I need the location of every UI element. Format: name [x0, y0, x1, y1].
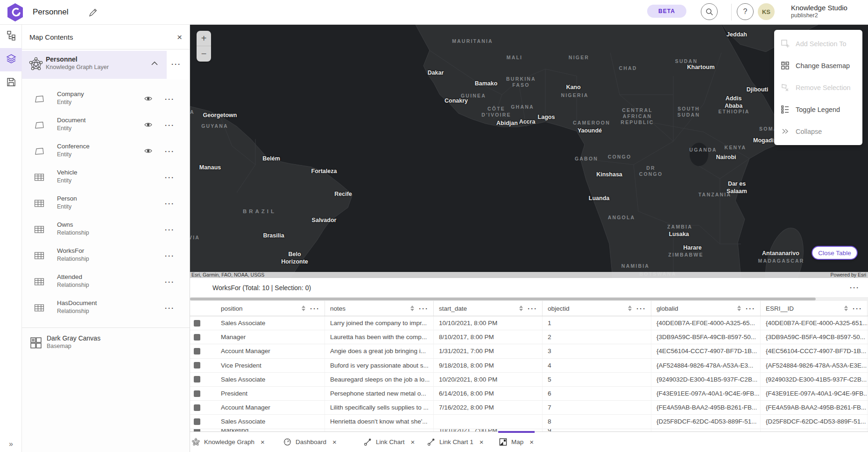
tab-link-chart[interactable]: Link Chart×	[363, 432, 416, 452]
row-checkbox[interactable]	[194, 390, 200, 397]
sublayer-row-worksfor[interactable]: WorksForRelationship···	[22, 243, 190, 269]
rail-item-save[interactable]	[0, 71, 22, 95]
cell-position: Marketing	[216, 429, 325, 431]
column-header-esri__id[interactable]: ESRI__ID···	[761, 301, 868, 316]
sublayer-type: Entity	[57, 151, 71, 158]
tab-link-chart-1[interactable]: Link Chart 1×	[426, 432, 485, 452]
table-row[interactable]: Account ManagerAngie does a great job br…	[190, 344, 868, 358]
table-row[interactable]: Sales AssociateHenrietta doesn't know wh…	[190, 415, 868, 429]
edit-title-pencil-icon[interactable]	[89, 8, 97, 17]
table-row[interactable]: Sales AssociateBeauregard sleeps on the …	[190, 373, 868, 387]
row-checkbox[interactable]	[194, 404, 200, 411]
sublayer-row-conference[interactable]: ConferenceEntity···	[22, 138, 190, 164]
sublayer-row-attended[interactable]: AttendedRelationship···	[22, 269, 190, 295]
menu-item-toggle-legend[interactable]: Toggle Legend	[774, 98, 862, 120]
rail-collapse-button[interactable]: »	[0, 440, 22, 448]
collapse-layer-chevron-icon[interactable]	[151, 61, 158, 66]
table-row[interactable]: Vice PresidentBuford is very passionate …	[190, 359, 868, 373]
column-header-position[interactable]: position···	[216, 301, 325, 316]
rail-item-hierarchy[interactable]	[0, 25, 22, 48]
sort-icon[interactable]	[737, 306, 741, 311]
zoom-in-button[interactable]: +	[197, 31, 211, 46]
legend-icon	[781, 105, 790, 114]
close-table-button[interactable]: Close Table	[812, 246, 858, 260]
sublayer-row-vehicle[interactable]: VehicleEntity···	[22, 164, 190, 190]
column-options-menu[interactable]: ···	[636, 305, 646, 312]
cell-notes: Angie does a great job bringing i...	[325, 344, 434, 358]
sublayer-options-menu[interactable]: ···	[165, 200, 175, 207]
sublayer-options-menu[interactable]: ···	[165, 122, 175, 129]
row-checkbox[interactable]	[194, 376, 200, 382]
tab-close-icon[interactable]: ×	[411, 438, 415, 446]
user-avatar[interactable]: KS	[758, 3, 775, 20]
sublayer-row-document[interactable]: DocumentEntity···	[22, 112, 190, 138]
column-options-menu[interactable]: ···	[746, 305, 755, 312]
table-horizontal-scrollbar[interactable]	[190, 297, 868, 301]
table-row[interactable]: Account ManagerLilith specifically sells…	[190, 401, 868, 415]
sort-icon[interactable]	[844, 306, 848, 311]
row-checkbox[interactable]	[194, 320, 200, 327]
sublayer-row-company[interactable]: CompanyEntity···	[22, 86, 190, 112]
panel-close-icon[interactable]: ×	[177, 33, 182, 42]
row-checkbox[interactable]	[194, 418, 200, 425]
row-checkbox[interactable]	[194, 429, 200, 431]
visibility-eye-icon[interactable]	[144, 121, 152, 127]
sublayer-row-owns[interactable]: OwnsRelationship···	[22, 216, 190, 243]
column-header-start_date[interactable]: start_date···	[434, 301, 543, 316]
sublayer-row-hasdocument[interactable]: HasDocumentRelationship···	[22, 295, 190, 321]
column-label: notes	[330, 305, 410, 312]
column-options-menu[interactable]: ···	[310, 305, 320, 312]
basemap-row[interactable]: Dark Gray Canvas Basemap	[22, 328, 190, 358]
sublayer-options-menu[interactable]: ···	[165, 148, 175, 155]
layer-options-menu[interactable]: ···	[171, 61, 181, 68]
tab-label: Dashboard	[296, 438, 326, 445]
sort-icon[interactable]	[628, 306, 632, 311]
tab-knowledge-graph[interactable]: Knowledge Graph×	[191, 432, 266, 452]
column-options-menu[interactable]: ···	[528, 305, 537, 312]
tab-close-icon[interactable]: ×	[480, 438, 484, 446]
column-header-notes[interactable]: notes···	[325, 301, 434, 316]
row-checkbox[interactable]	[194, 334, 200, 341]
basemap-subtitle: Basemap	[47, 343, 71, 349]
sublayer-options-menu[interactable]: ···	[165, 305, 175, 312]
column-options-menu[interactable]: ···	[419, 305, 429, 312]
map-canvas[interactable]: GeorgetownGUYANAAManausBelémFortalezaRec…	[190, 25, 868, 278]
visibility-eye-icon[interactable]	[144, 147, 152, 153]
help-button[interactable]: ?	[737, 3, 754, 20]
visibility-eye-icon[interactable]	[144, 95, 152, 101]
sublayer-options-menu[interactable]: ···	[165, 96, 175, 103]
sublayer-options-menu[interactable]: ···	[165, 252, 175, 259]
zoom-out-button[interactable]: −	[197, 46, 211, 62]
tab-map[interactable]: Map×	[498, 432, 535, 452]
row-checkbox[interactable]	[194, 362, 200, 369]
sort-icon[interactable]	[302, 306, 305, 311]
cell-notes: Larry joined the company to impr...	[325, 316, 434, 330]
table-row[interactable]: ManagerLauretta has been with the comp..…	[190, 330, 868, 344]
column-options-menu[interactable]: ···	[853, 305, 862, 312]
search-button[interactable]	[701, 3, 718, 20]
sublayer-type: Relationship	[57, 256, 89, 262]
knowledge-graph-layer-row[interactable]: Personnel Knowledge Graph Layer ···	[22, 49, 190, 79]
table-options-menu[interactable]: ···	[850, 284, 860, 291]
sublayer-options-menu[interactable]: ···	[165, 226, 175, 233]
column-header-globalid[interactable]: globalid···	[651, 301, 761, 316]
cell-objectid: 6	[543, 387, 651, 400]
table-row[interactable]: PresidentPersephone started new metal o.…	[190, 387, 868, 401]
rail-item-layers[interactable]	[0, 48, 22, 71]
sublayer-row-person[interactable]: PersonEntity···	[22, 190, 190, 216]
sort-icon[interactable]	[519, 306, 523, 311]
powered-by-esri: Powered by Esri	[831, 272, 866, 278]
menu-item-change-basemap[interactable]: Change Basemap	[774, 55, 862, 76]
column-header-objectid[interactable]: objectid···	[543, 301, 651, 316]
row-checkbox[interactable]	[194, 348, 200, 355]
sort-icon[interactable]	[410, 306, 414, 311]
sublayer-options-menu[interactable]: ···	[165, 278, 175, 285]
tab-close-icon[interactable]: ×	[529, 438, 534, 446]
tab-close-icon[interactable]: ×	[332, 438, 337, 446]
sublayer-options-menu[interactable]: ···	[165, 174, 175, 181]
table-row[interactable]: Sales AssociateLarry joined the company …	[190, 316, 868, 330]
tab-close-icon[interactable]: ×	[261, 438, 265, 446]
scrollbar-thumb[interactable]	[190, 298, 816, 300]
tab-dashboard[interactable]: Dashboard×	[282, 432, 338, 452]
menu-item-collapse[interactable]: Collapse	[774, 120, 862, 142]
